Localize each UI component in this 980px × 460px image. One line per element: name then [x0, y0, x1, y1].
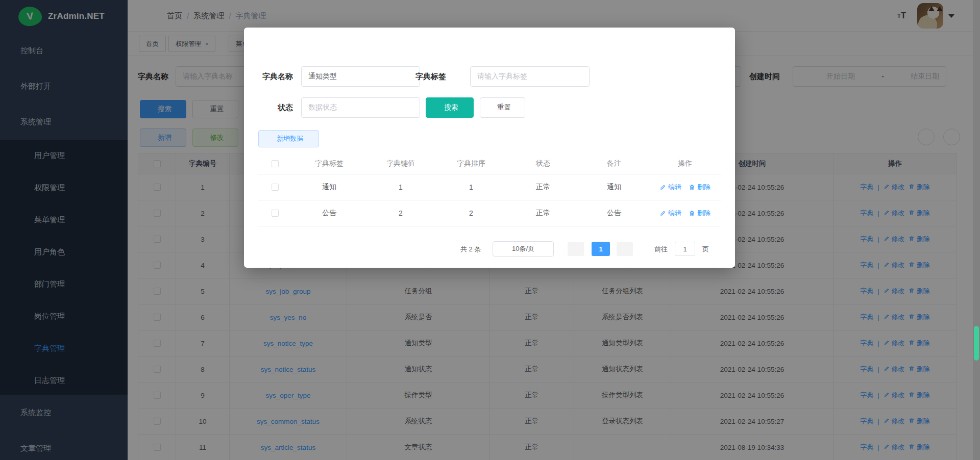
modal-edit-link[interactable]: 编辑	[659, 209, 681, 218]
modal-search-label: 搜索	[445, 103, 458, 112]
dict-value-cell: 2	[366, 209, 435, 217]
modal-header-cell: 操作	[649, 159, 721, 168]
modal-status-select[interactable]: 数据状态	[301, 97, 420, 118]
modal-header-cell: 字典键值	[366, 159, 435, 168]
page-size-select[interactable]: 10条/页	[493, 241, 554, 257]
modal-header-cell: 字典排序	[435, 159, 507, 168]
dict-value-cell: 1	[366, 183, 435, 191]
modal-dict-label-label: 字典标签	[401, 66, 446, 87]
modal-status-label: 状态	[248, 97, 293, 118]
modal-table-header: 字典标签字典键值字典排序状态备注操作	[258, 153, 721, 174]
status-cell: 正常	[507, 209, 579, 218]
header-checkbox-cell	[258, 160, 292, 167]
dict-data-dialog: 字典名称 通知类型 字典标签 请输入字典标签 状态 数据状态 搜索 重置 新增数…	[244, 28, 735, 268]
modal-table-row: 通知11正常通知编辑删除	[258, 174, 721, 200]
modal-row-checkbox[interactable]	[272, 184, 279, 191]
modal-dict-name-label: 字典名称	[248, 66, 293, 87]
add-data-label: 新增数据	[277, 134, 303, 143]
row-checkbox-cell	[258, 210, 292, 217]
dict-label-cell: 通知	[292, 183, 366, 192]
page-1-button[interactable]: 1	[592, 242, 610, 256]
modal-reset-label: 重置	[497, 103, 511, 112]
modal-status-placeholder: 数据状态	[308, 103, 337, 112]
add-data-button[interactable]: 新增数据	[258, 130, 319, 147]
page-size-value: 10条/页	[512, 244, 534, 253]
modal-dict-name-value: 通知类型	[308, 72, 337, 81]
goto-page-input[interactable]	[675, 242, 695, 256]
modal-header-cell: 备注	[579, 159, 649, 168]
status-cell: 正常	[507, 183, 579, 192]
pagination-total: 共 2 条	[460, 245, 481, 254]
modal-delete-link[interactable]: 删除	[689, 209, 710, 218]
modal-row-checkbox[interactable]	[272, 210, 279, 217]
dict-data-table: 字典标签字典键值字典排序状态备注操作通知11正常通知编辑删除公告22正常公告编辑…	[258, 153, 721, 226]
modal-row-actions: 编辑删除	[659, 183, 710, 192]
modal-select-all-checkbox[interactable]	[272, 160, 279, 167]
scrollbar-thumb[interactable]	[974, 326, 979, 361]
dict-sort-cell: 1	[435, 183, 507, 191]
remark-cell: 公告	[579, 209, 649, 218]
page-suffix-label: 页	[702, 245, 709, 254]
modal-row-actions: 编辑删除	[659, 209, 710, 218]
modal-edit-link[interactable]: 编辑	[659, 183, 681, 192]
ops-cell: 编辑删除	[649, 209, 721, 218]
modal-reset-button[interactable]: 重置	[480, 97, 525, 118]
modal-dict-label-placeholder: 请输入字典标签	[477, 72, 527, 81]
ops-cell: 编辑删除	[649, 183, 721, 192]
modal-delete-link[interactable]: 删除	[689, 183, 710, 192]
row-checkbox-cell	[258, 184, 292, 191]
goto-label: 前往	[654, 245, 668, 254]
remark-cell: 通知	[579, 183, 649, 192]
app-root: V ZrAdmin.NET 控制台外部打开系统管理系统监控文章管理 用户管理权限…	[0, 0, 980, 460]
modal-header-cell: 状态	[507, 159, 579, 168]
prev-page-button[interactable]	[568, 242, 584, 256]
modal-dict-label-input[interactable]: 请输入字典标签	[470, 66, 590, 87]
dict-label-cell: 公告	[292, 209, 366, 218]
pagination: 共 2 条 10条/页 1 前往 页	[244, 240, 721, 258]
modal-table-row: 公告22正常公告编辑删除	[258, 200, 721, 226]
next-page-button[interactable]	[617, 242, 633, 256]
dict-sort-cell: 2	[435, 209, 507, 217]
modal-search-button[interactable]: 搜索	[426, 97, 474, 118]
modal-header-cell: 字典标签	[292, 159, 366, 168]
